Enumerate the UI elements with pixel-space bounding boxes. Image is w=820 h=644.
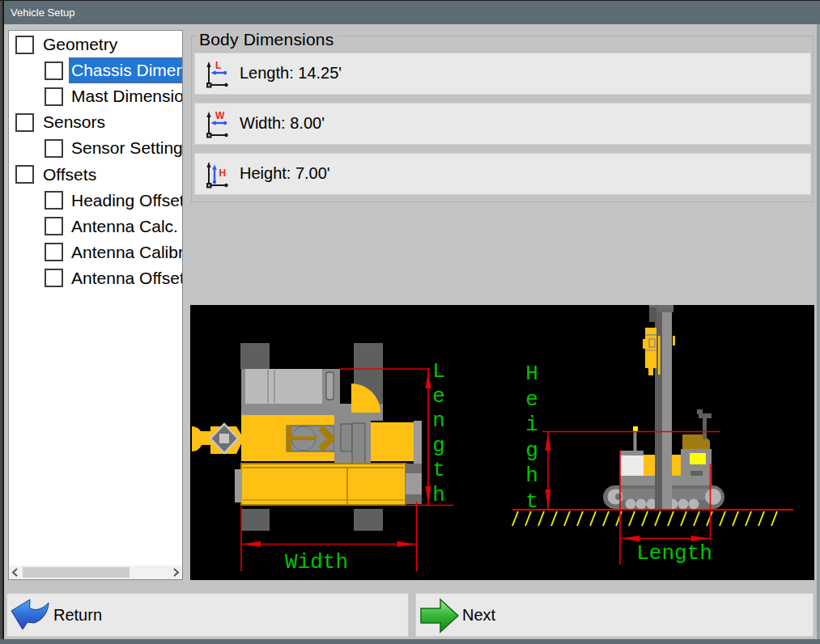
svg-text:g: g [525,439,538,463]
svg-text:W: W [215,110,225,121]
svg-text:H: H [219,167,227,179]
svg-text:n: n [432,409,445,433]
svg-text:Width: Width [285,550,348,574]
svg-text:L: L [215,60,221,71]
svg-text:h: h [432,483,445,507]
svg-text:e: e [525,388,538,412]
svg-text:e: e [432,384,445,409]
svg-text:Length: Length [636,541,712,566]
svg-text:L: L [432,359,445,383]
svg-text:g: g [432,434,445,458]
svg-text:h: h [525,464,538,488]
svg-text:t: t [525,489,538,514]
svg-text:t: t [432,458,445,482]
svg-text:i: i [525,413,538,437]
svg-text:H: H [525,362,538,386]
